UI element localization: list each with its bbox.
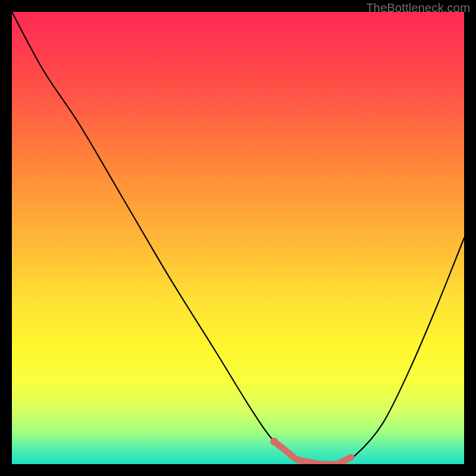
highlight-start-dot — [270, 438, 278, 446]
highlight-segment — [274, 441, 351, 464]
chart-root: TheBottleneck.com — [0, 0, 476, 476]
curve-svg — [12, 12, 464, 464]
plot-area — [12, 12, 464, 464]
bottleneck-curve — [12, 12, 464, 464]
